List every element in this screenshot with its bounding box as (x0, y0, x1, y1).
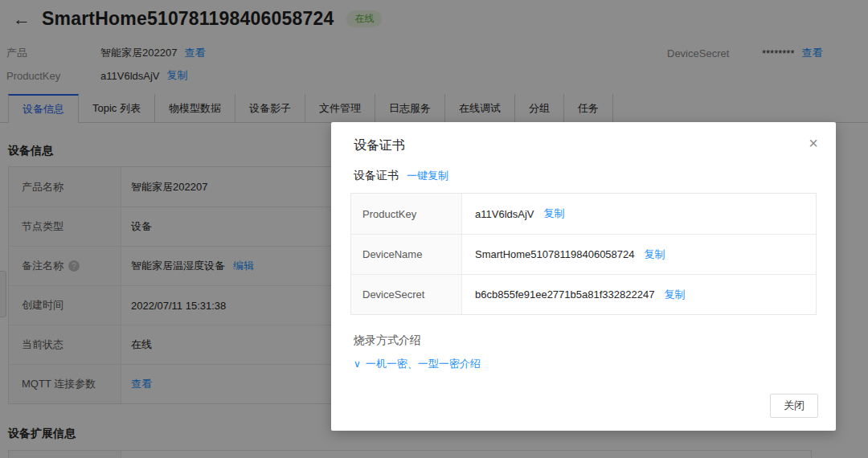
burn-method-section-title: 烧录方式介绍 (354, 333, 421, 348)
cert-row-value: b6cb855fe91ee2771b5a81f332822247 (475, 288, 654, 301)
burn-method-expand-link[interactable]: ∨ 一机一密、一型一密介绍 (354, 357, 481, 371)
copy-all-link[interactable]: 一键复制 (407, 169, 448, 183)
certificate-section: 设备证书 一键复制 (354, 169, 448, 183)
table-row: DeviceName SmartHome510781198406058724复制 (351, 234, 816, 274)
close-button[interactable]: 关闭 (770, 394, 818, 418)
cert-row-label: DeviceName (362, 248, 422, 260)
cert-row-value: a11V6ldsAjV (475, 208, 534, 220)
table-row: DeviceSecret b6cb855fe91ee2771b5a81f3328… (351, 274, 816, 314)
cert-row-label: ProductKey (362, 208, 416, 220)
close-icon[interactable]: × (809, 135, 818, 151)
dialog-title: 设备证书 (354, 137, 405, 154)
cert-row-label: DeviceSecret (362, 288, 424, 301)
burn-method-link-label: 一机一密、一型一密介绍 (366, 357, 481, 371)
productkey-copy-link[interactable]: 复制 (543, 207, 564, 221)
certificate-section-label: 设备证书 (354, 169, 399, 183)
chevron-down-icon: ∨ (354, 358, 361, 370)
devicename-copy-link[interactable]: 复制 (645, 247, 665, 262)
devicesecret-copy-link[interactable]: 复制 (664, 288, 685, 302)
certificate-table: ProductKey a11V6ldsAjV复制 DeviceName Smar… (350, 193, 817, 315)
device-certificate-dialog: 设备证书 × 设备证书 一键复制 ProductKey a11V6ldsAjV复… (331, 122, 836, 431)
cert-row-value: SmartHome510781198406058724 (475, 248, 635, 260)
table-row: ProductKey a11V6ldsAjV复制 (351, 194, 816, 234)
